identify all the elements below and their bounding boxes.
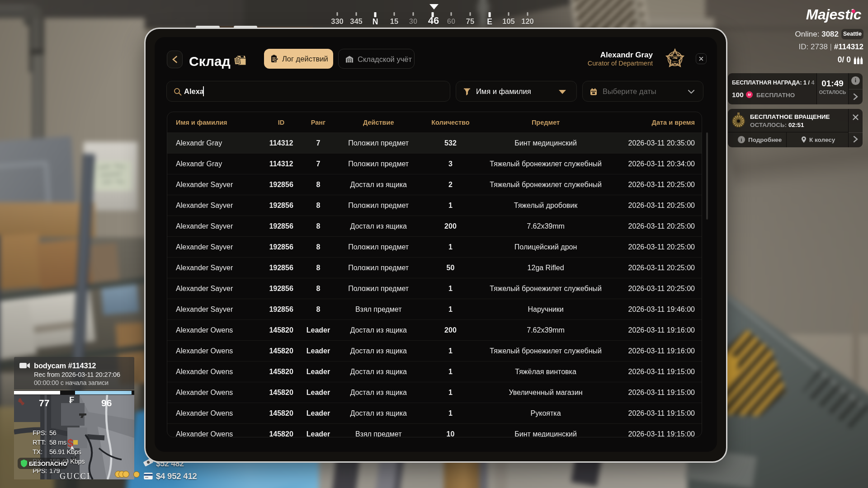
svg-text:DEPT: DEPT: [673, 61, 678, 63]
svg-text:SHERIFF: SHERIFF: [670, 56, 679, 58]
svg-text:96: 96: [101, 398, 112, 408]
svg-text:₣: ₣: [69, 395, 74, 405]
svg-text:77: 77: [39, 398, 49, 408]
